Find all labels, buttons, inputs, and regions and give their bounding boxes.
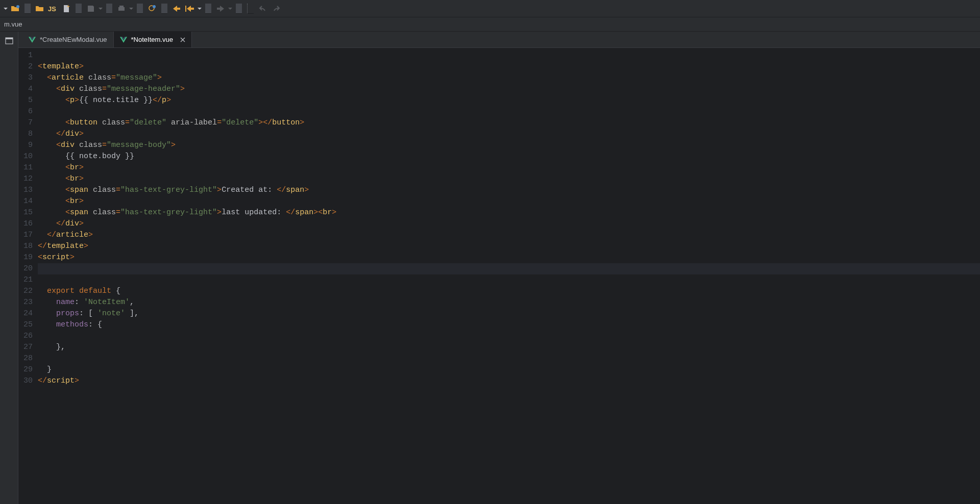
vue-icon [120,36,127,43]
tab-note-item[interactable]: *NoteItem.vue [114,32,192,47]
dropdown-icon[interactable] [129,7,134,11]
tab-bar: *CreateNEwModal.vue *NoteItem.vue [18,32,980,48]
svg-rect-9 [6,38,13,39]
back-icon[interactable] [170,3,183,15]
back-to-start-icon[interactable] [184,3,196,15]
dropdown-icon[interactable] [197,7,202,11]
separator [161,4,167,14]
tab-label: *CreateNEwModal.vue [40,36,107,43]
svg-point-0 [16,5,19,8]
separator [106,4,112,14]
breadcrumb-path: m.vue [4,20,22,28]
code-content[interactable]: <template> <article class="message"> <di… [36,48,980,504]
svg-rect-7 [185,6,186,12]
separator [236,4,242,14]
open-folder-icon[interactable] [9,3,21,15]
separator [76,4,82,14]
open-js-folder-icon[interactable] [34,3,46,15]
tab-label: *NoteItem.vue [131,36,173,43]
svg-text:+: + [67,5,70,9]
restore-panel-icon[interactable] [3,35,15,47]
svg-text:JS: JS [48,5,56,13]
vue-icon [29,36,36,43]
editor-area: *CreateNEwModal.vue *NoteItem.vue 123456… [18,32,980,504]
svg-rect-4 [119,6,124,7]
main: *CreateNEwModal.vue *NoteItem.vue 123456… [0,32,980,504]
separator [137,4,143,14]
close-icon[interactable] [180,37,185,42]
code-editor[interactable]: 1234567891011121314151617181920212223242… [18,48,980,504]
breadcrumb: m.vue [0,17,980,32]
dropdown-icon[interactable] [228,7,233,11]
globe-search-icon[interactable] [146,3,158,15]
js-icon[interactable]: JS [47,3,59,15]
svg-rect-3 [118,7,125,11]
separator [247,4,254,14]
separator [24,4,31,14]
new-file-icon[interactable]: + [60,3,72,15]
activity-bar [0,32,18,504]
save-icon[interactable] [85,3,97,15]
tab-create-new-modal[interactable]: *CreateNEwModal.vue [22,32,114,47]
print-icon[interactable] [115,3,128,15]
svg-point-6 [153,5,156,8]
separator [205,4,211,14]
dropdown-icon[interactable] [3,7,8,11]
undo-icon[interactable] [257,3,269,15]
forward-icon[interactable] [214,3,227,15]
dropdown-icon[interactable] [98,7,103,11]
redo-icon[interactable] [270,3,282,15]
gutter: 1234567891011121314151617181920212223242… [18,48,36,504]
toolbar: JS + [0,0,980,17]
